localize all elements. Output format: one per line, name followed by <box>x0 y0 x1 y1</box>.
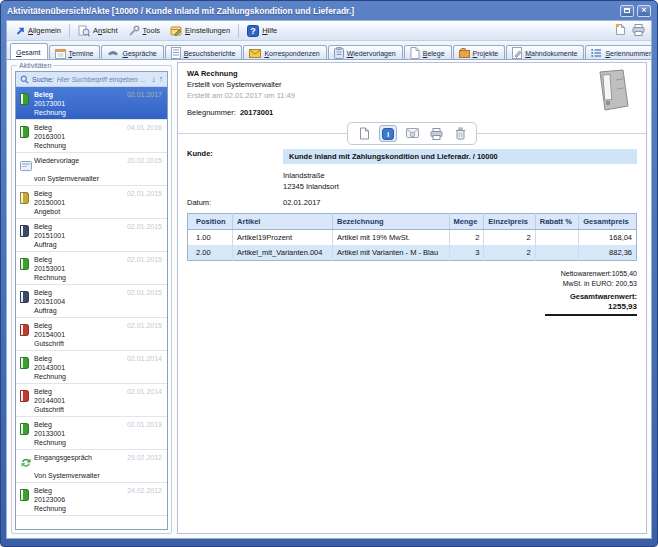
tab-korrespondenzen[interactable]: Korrespondenzen <box>243 45 326 60</box>
tab-projekte[interactable]: Projekte <box>453 45 506 60</box>
table-row[interactable]: 1.00Artikel19ProzentArtikel mit 19% MwSt… <box>188 230 637 246</box>
print-button[interactable] <box>632 24 645 38</box>
table-cell <box>535 245 579 261</box>
close-button[interactable]: × <box>637 5 651 17</box>
tab-gespräche[interactable]: Gespräche <box>101 45 163 60</box>
menu-item-allgemein[interactable]: Allgemein <box>10 24 66 38</box>
beleg-number-value: 20173001 <box>240 108 273 117</box>
document-icon <box>410 47 420 59</box>
tab-besuchsberichte[interactable]: Besuchsberichte <box>165 45 243 60</box>
netto-label: Nettowarenwert: <box>561 270 612 277</box>
table-row[interactable]: 2.00Artikel_mit_Varianten.004Artikel mit… <box>188 245 637 261</box>
record-title: WA Rechnung <box>187 69 637 78</box>
trash-button[interactable] <box>452 126 468 141</box>
tab-seriennummern[interactable]: Seriennummern <box>585 45 651 60</box>
tab-gesamt[interactable]: Gesamt <box>10 43 48 60</box>
info-button[interactable]: i <box>380 126 396 141</box>
menu-item-ansicht[interactable]: Ansicht <box>73 23 123 39</box>
tab-wiedervorlagen[interactable]: Wiedervorlagen <box>328 45 403 60</box>
record-toolbar: i <box>347 122 477 145</box>
view-icon <box>78 25 90 37</box>
list-item[interactable]: Wiedervorlage von Systemverwalter20.02.2… <box>16 153 167 186</box>
menu-item-label: Ansicht <box>93 26 118 35</box>
table-header-row: PositionArtikelBezeichnungMengeEinzelpre… <box>188 214 637 230</box>
search-prev-icon[interactable]: ↑ <box>159 75 163 83</box>
list-item[interactable]: Eingangsgespräch Von Systemverwalter29.0… <box>16 450 167 483</box>
list-item-line: Rechnung <box>34 438 163 447</box>
info-icon: i <box>382 128 394 140</box>
list-item-date: 02.01.2014 <box>127 388 162 395</box>
note-icon <box>20 161 32 171</box>
list-item[interactable]: Beleg20153001Rechnung02.01.2015 <box>16 252 167 285</box>
list-item[interactable]: Beleg20151004Auftrag02.01.2015 <box>16 285 167 318</box>
table-cell <box>535 230 579 246</box>
trash-icon <box>455 127 466 140</box>
column-header[interactable]: Artikel <box>233 214 333 230</box>
list-item-date: 02.01.2015 <box>127 190 162 197</box>
report-icon <box>171 47 181 59</box>
mail-pen-icon <box>249 48 261 58</box>
column-header[interactable]: Einzelpreis <box>484 214 535 230</box>
phone-icon <box>107 49 119 58</box>
tab-mahndokumente[interactable]: Mahndokumente <box>506 45 584 60</box>
email-button[interactable] <box>404 126 420 141</box>
tab-belege[interactable]: Belege <box>404 45 452 60</box>
column-header[interactable]: Position <box>188 214 233 230</box>
list-item-line: 20173001 <box>34 99 163 108</box>
list-item[interactable]: Beleg20123006Rechnung24.02.2012 <box>16 483 167 516</box>
list-item-line: 20151001 <box>34 231 163 240</box>
address-block: Inlandstraße 12345 Inlandsort <box>283 170 637 192</box>
list-item[interactable]: Beleg20154001Gutschrift02.01.2015 <box>16 318 167 351</box>
restore-button[interactable] <box>620 5 634 17</box>
table-cell: 1.00 <box>188 230 233 246</box>
email-icon <box>406 128 419 139</box>
list-item-line: 20154001 <box>34 330 163 339</box>
list-item[interactable]: Beleg20163001Rechnung04.01.2016 <box>16 120 167 153</box>
book-green-icon <box>20 357 29 369</box>
tools-icon <box>128 25 140 37</box>
tab-label: Korrespondenzen <box>264 50 319 57</box>
column-header[interactable]: Gesamtpreis <box>579 214 637 230</box>
column-header[interactable]: Bezeichnung <box>332 214 449 230</box>
datum-label: Datum: <box>187 198 283 207</box>
table-cell: 3 <box>449 245 484 261</box>
netto-value: 1055,40 <box>612 270 637 277</box>
menu-item-hilfe[interactable]: ?Hilfe <box>242 23 282 39</box>
menu-separator <box>69 24 70 38</box>
serial-icon <box>591 48 602 58</box>
search-icon <box>20 75 29 84</box>
column-header[interactable]: Menge <box>449 214 484 230</box>
tab-termine[interactable]: Termine <box>49 45 101 60</box>
list-item[interactable]: Beleg20173001Rechnung02.01.2017 <box>16 87 167 120</box>
kunde-value[interactable]: Kunde Inland mit Zahlungskondition und L… <box>283 149 637 164</box>
menu-item-tools[interactable]: Tools <box>123 23 166 39</box>
menu-item-label: Hilfe <box>262 26 277 35</box>
list-item-line: Gutschrift <box>34 405 163 414</box>
column-header[interactable]: Rabatt % <box>535 214 579 230</box>
menu-bar: AllgemeinAnsichtToolsEinstellungen?Hilfe <box>7 21 651 41</box>
new-document-icon <box>615 23 626 36</box>
netto-line: Nettowarenwert:1055,40 <box>187 270 637 277</box>
list-item-line: 20143001 <box>34 363 163 372</box>
page-button[interactable] <box>356 126 372 141</box>
app-frame: AllgemeinAnsichtToolsEinstellungen?Hilfe… <box>6 20 652 539</box>
activities-groupbox: Aktivitäten Suche: ↓ ↑ Beleg20173001Rech… <box>11 62 172 534</box>
arrow-up-right-icon <box>15 26 25 36</box>
print-button[interactable] <box>428 126 444 141</box>
list-item-line: Rechnung <box>34 372 163 381</box>
list-item[interactable]: Beleg20143001Rechnung02.01.2014 <box>16 351 167 384</box>
list-item-date: 02.01.2013 <box>127 421 162 428</box>
search-next-icon[interactable]: ↓ <box>152 75 156 83</box>
book-green-icon <box>20 489 29 501</box>
menu-item-einstellungen[interactable]: Einstellungen <box>165 23 235 39</box>
table-cell: 2 <box>484 230 535 246</box>
search-input[interactable] <box>57 76 149 83</box>
new-document-button[interactable] <box>615 23 626 38</box>
book-green-icon <box>20 126 29 138</box>
list-item-date: 20.02.2015 <box>127 157 162 164</box>
list-item-line: Rechnung <box>34 141 163 150</box>
list-item[interactable]: Beleg20144001Gutschrift02.01.2014 <box>16 384 167 417</box>
list-item[interactable]: Beleg20151001Auftrag02.01.2015 <box>16 219 167 252</box>
list-item[interactable]: Beleg20133001Rechnung02.01.2013 <box>16 417 167 450</box>
list-item[interactable]: Beleg20150001Angebot02.01.2015 <box>16 186 167 219</box>
